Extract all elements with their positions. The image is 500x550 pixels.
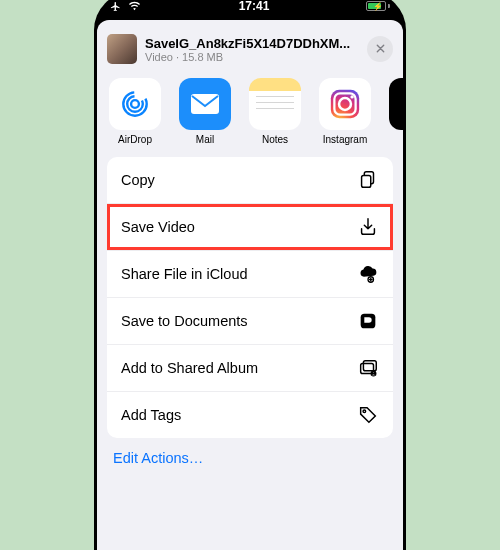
action-save-documents[interactable]: Save to Documents — [107, 298, 393, 345]
app-label: Instagram — [323, 134, 367, 145]
action-label: Save Video — [121, 219, 195, 235]
documents-icon — [357, 310, 379, 332]
app-partial[interactable] — [389, 78, 403, 145]
file-info: SaveIG_An8kzFi5X14D7DDhXM... Video · 15.… — [145, 36, 359, 63]
app-label: Mail — [196, 134, 214, 145]
file-meta: Video · 15.8 MB — [145, 51, 359, 63]
mail-icon — [179, 78, 231, 130]
action-label: Save to Documents — [121, 313, 248, 329]
svg-rect-3 — [191, 94, 219, 114]
action-label: Copy — [121, 172, 155, 188]
phone-frame: 17:41 ⚡ SaveIG_An8kzFi5X14D7DDhXM... Vid… — [94, 0, 406, 550]
app-label: AirDrop — [118, 134, 152, 145]
action-label: Add Tags — [121, 407, 181, 423]
copy-icon — [357, 169, 379, 191]
svg-rect-9 — [362, 175, 371, 187]
action-add-shared-album[interactable]: Add to Shared Album — [107, 345, 393, 392]
download-icon — [357, 216, 379, 238]
app-instagram[interactable]: Instagram — [319, 78, 371, 145]
edit-actions-link[interactable]: Edit Actions… — [97, 438, 403, 478]
svg-rect-13 — [363, 361, 376, 371]
file-name: SaveIG_An8kzFi5X14D7DDhXM... — [145, 36, 359, 51]
app-notes[interactable]: Notes — [249, 78, 301, 145]
share-sheet: SaveIG_An8kzFi5X14D7DDhXM... Video · 15.… — [97, 26, 403, 550]
app-mail[interactable]: Mail — [179, 78, 231, 145]
shared-album-icon — [357, 357, 379, 379]
close-button[interactable] — [367, 36, 393, 62]
file-thumbnail — [107, 34, 137, 64]
action-share-icloud[interactable]: Share File in iCloud — [107, 251, 393, 298]
app-label: Notes — [262, 134, 288, 145]
close-icon — [375, 40, 386, 58]
actions-list: Copy Save Video Share File in iCloud Sav… — [107, 157, 393, 438]
svg-point-0 — [131, 100, 139, 108]
icloud-share-icon — [357, 263, 379, 285]
clock: 17:41 — [239, 0, 270, 13]
battery-icon: ⚡ — [366, 1, 390, 11]
notes-icon — [249, 78, 301, 130]
airplane-mode-icon — [110, 1, 123, 12]
partial-app-icon — [389, 78, 403, 130]
action-save-video[interactable]: Save Video — [107, 204, 393, 251]
svg-point-16 — [363, 410, 366, 413]
status-bar: 17:41 ⚡ — [94, 0, 406, 20]
action-add-tags[interactable]: Add Tags — [107, 392, 393, 438]
instagram-icon — [319, 78, 371, 130]
action-copy[interactable]: Copy — [107, 157, 393, 204]
sheet-header: SaveIG_An8kzFi5X14D7DDhXM... Video · 15.… — [97, 28, 403, 76]
share-apps-row[interactable]: AirDrop Mail Notes — [97, 76, 403, 157]
airdrop-icon — [109, 78, 161, 130]
svg-point-1 — [127, 96, 143, 112]
wifi-icon — [129, 1, 142, 12]
tag-icon — [357, 404, 379, 426]
app-airdrop[interactable]: AirDrop — [109, 78, 161, 145]
action-label: Add to Shared Album — [121, 360, 258, 376]
action-label: Share File in iCloud — [121, 266, 248, 282]
edit-actions-label: Edit Actions… — [113, 450, 203, 466]
